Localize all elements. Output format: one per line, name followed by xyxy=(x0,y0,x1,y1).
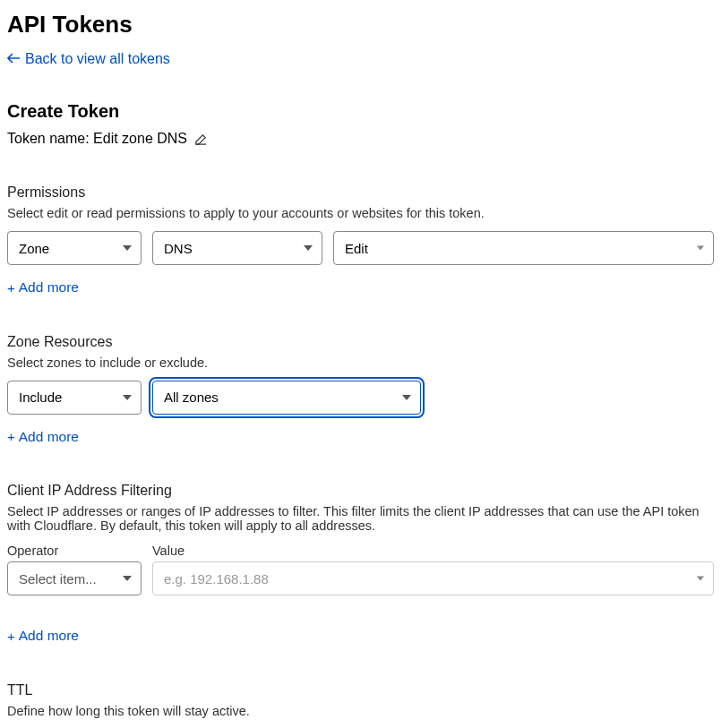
zone-resources-section: Zone Resources Select zones to include o… xyxy=(7,334,714,446)
token-name-value: Edit zone DNS xyxy=(93,131,187,146)
page-title: API Tokens xyxy=(7,11,714,39)
arrow-left-icon xyxy=(7,51,20,67)
chevron-down-icon xyxy=(123,395,132,400)
zone-resources-desc: Select zones to include or exclude. xyxy=(7,355,714,370)
plus-icon: + xyxy=(7,280,15,295)
zone-selection-select[interactable]: All zones xyxy=(152,381,421,415)
permissions-scope-value: Zone xyxy=(19,241,49,256)
chevron-down-icon xyxy=(123,576,132,581)
value-label: Value xyxy=(152,544,185,558)
permissions-title: Permissions xyxy=(7,184,714,201)
permissions-section: Permissions Select edit or read permissi… xyxy=(7,184,714,296)
ttl-section: TTL Define how long this token will stay… xyxy=(7,682,714,729)
permissions-resource-select[interactable]: DNS xyxy=(152,231,322,265)
token-name-row: Token name: Edit zone DNS xyxy=(7,131,714,147)
plus-icon: + xyxy=(7,429,15,444)
add-more-label: Add more xyxy=(19,628,79,644)
chevron-down-icon xyxy=(697,577,704,581)
ip-value-placeholder: e.g. 192.168.1.88 xyxy=(164,571,269,587)
ip-filter-section: Client IP Address Filtering Select IP ad… xyxy=(7,483,714,645)
operator-label: Operator xyxy=(7,544,142,558)
zone-mode-value: Include xyxy=(19,390,62,405)
ip-filter-title: Client IP Address Filtering xyxy=(7,483,714,499)
create-token-heading: Create Token xyxy=(7,101,714,122)
zone-mode-select[interactable]: Include xyxy=(7,381,142,415)
ip-value-input[interactable]: e.g. 192.168.1.88 xyxy=(152,561,714,595)
chevron-down-icon xyxy=(697,246,704,251)
plus-icon: + xyxy=(7,629,15,644)
permissions-access-value: Edit xyxy=(345,241,368,256)
zone-resources-title: Zone Resources xyxy=(7,334,714,350)
ttl-title: TTL xyxy=(7,682,714,698)
zone-selection-value: All zones xyxy=(164,390,219,405)
chevron-down-icon xyxy=(402,395,411,400)
permissions-access-select[interactable]: Edit xyxy=(333,231,714,265)
permissions-scope-select[interactable]: Zone xyxy=(7,231,142,265)
back-link-label: Back to view all tokens xyxy=(25,51,170,67)
ip-add-more-button[interactable]: + Add more xyxy=(7,628,79,644)
zone-add-more-button[interactable]: + Add more xyxy=(7,429,79,445)
token-name-label: Token name: xyxy=(7,131,90,146)
back-link[interactable]: Back to view all tokens xyxy=(7,51,170,67)
ip-filter-desc: Select IP addresses or ranges of IP addr… xyxy=(7,504,714,533)
operator-select[interactable]: Select item... xyxy=(7,561,142,595)
permissions-desc: Select edit or read permissions to apply… xyxy=(7,206,714,220)
chevron-down-icon xyxy=(304,245,313,251)
ttl-desc: Define how long this token will stay act… xyxy=(7,704,714,718)
edit-icon[interactable] xyxy=(194,133,208,146)
add-more-label: Add more xyxy=(19,279,79,295)
chevron-down-icon xyxy=(123,245,132,251)
permissions-add-more-button[interactable]: + Add more xyxy=(7,279,79,295)
operator-placeholder: Select item... xyxy=(19,571,97,587)
add-more-label: Add more xyxy=(19,429,79,445)
permissions-resource-value: DNS xyxy=(164,241,193,256)
